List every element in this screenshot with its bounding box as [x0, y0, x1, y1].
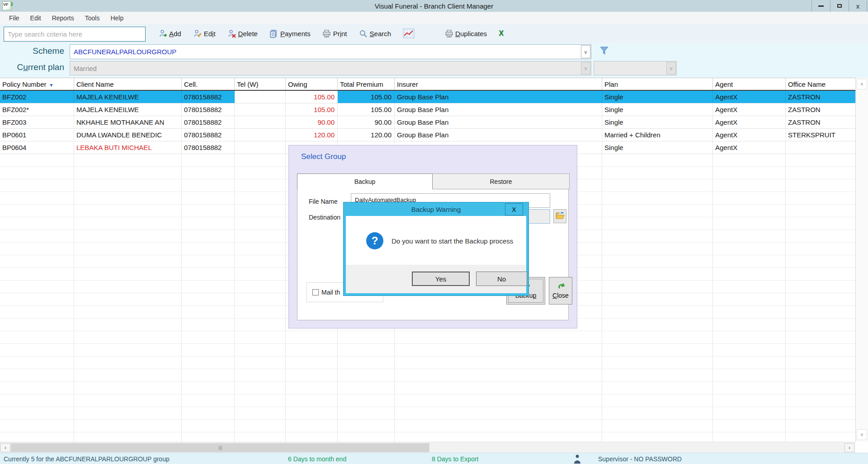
- current-plan-label: Current plan: [0, 62, 64, 72]
- empty-cell: [0, 382, 74, 394]
- scrollbar-thumb[interactable]: [11, 443, 429, 452]
- table-cell-total: 105.00: [338, 103, 395, 116]
- empty-cell: [286, 407, 338, 419]
- table-cell-total: 120.00: [338, 129, 395, 141]
- add-button[interactable]: Add: [158, 29, 181, 38]
- scheme-value: ABCFUNERALPARLOURGROUP: [74, 48, 176, 56]
- empty-table-row: [0, 382, 855, 394]
- payments-button[interactable]: Payments: [269, 29, 311, 38]
- empty-cell: [0, 420, 74, 432]
- empty-table-row: [0, 407, 855, 420]
- secondary-combobox[interactable]: v: [594, 61, 677, 75]
- empty-cell: [182, 154, 235, 166]
- user-silhouette-icon: [573, 454, 582, 464]
- restore-button[interactable]: [830, 0, 849, 11]
- vertical-scrollbar[interactable]: ˄ ˅: [855, 78, 868, 442]
- empty-cell: [74, 319, 182, 331]
- empty-cell: [713, 306, 786, 318]
- empty-cell: [713, 192, 786, 204]
- menu-edit[interactable]: Edit: [25, 13, 47, 23]
- empty-cell: [235, 382, 286, 394]
- scroll-left-icon[interactable]: ‹: [0, 443, 10, 452]
- close-icon: x: [856, 2, 860, 10]
- empty-cell: [786, 268, 855, 280]
- table-header: Policy Number▼ Client Name Cell. Tel (W)…: [0, 78, 855, 91]
- empty-cell: [74, 268, 182, 280]
- empty-cell: [182, 306, 235, 318]
- yes-button[interactable]: Yes: [412, 272, 470, 286]
- empty-cell: [74, 394, 182, 407]
- menu-file[interactable]: File: [4, 13, 25, 23]
- empty-cell: [286, 344, 338, 356]
- browse-folder-button[interactable]: [553, 209, 566, 223]
- minimize-button[interactable]: [811, 0, 830, 11]
- column-header-office-name[interactable]: Office Name: [786, 78, 855, 90]
- column-header-agent[interactable]: Agent: [713, 78, 786, 90]
- column-header-policy-number[interactable]: Policy Number▼: [0, 78, 74, 90]
- empty-cell: [395, 432, 602, 442]
- search-input[interactable]: [4, 27, 146, 42]
- filter-funnel-icon[interactable]: [599, 45, 610, 58]
- no-button[interactable]: No: [476, 272, 527, 286]
- table-cell-owing: 105.00: [286, 103, 338, 116]
- menu-reports[interactable]: Reports: [47, 13, 80, 23]
- column-header-tel-w[interactable]: Tel (W): [235, 78, 286, 90]
- duplicates-button[interactable]: Duplicates: [444, 29, 487, 38]
- empty-cell: [786, 382, 855, 394]
- table-cell-policy: BP0601: [0, 129, 74, 141]
- empty-cell: [0, 432, 74, 442]
- scroll-up-icon[interactable]: ˄: [857, 79, 867, 89]
- empty-cell: [602, 230, 713, 242]
- restore-icon: [837, 4, 842, 8]
- edit-button[interactable]: Edit: [193, 29, 216, 38]
- excel-icon[interactable]: X: [499, 29, 504, 37]
- current-plan-combobox[interactable]: Married v: [70, 61, 591, 75]
- empty-cell: [235, 268, 286, 280]
- empty-cell: [235, 192, 286, 204]
- menu-help[interactable]: Help: [105, 13, 129, 23]
- close-dialog-button[interactable]: Close: [549, 277, 572, 305]
- close-button[interactable]: x: [849, 0, 867, 11]
- empty-cell: [713, 243, 786, 255]
- table-row[interactable]: BFZ002*MAJELA KENEILWE0780158882105.0010…: [0, 103, 855, 116]
- dropdown-arrow-icon[interactable]: v: [581, 45, 590, 58]
- print-button[interactable]: Print: [322, 29, 347, 38]
- empty-cell: [713, 356, 786, 369]
- column-header-total-premium[interactable]: Total Premium: [338, 78, 395, 90]
- scroll-right-icon[interactable]: ›: [844, 443, 854, 452]
- column-header-owing[interactable]: Owing: [286, 78, 338, 90]
- warning-close-button[interactable]: X: [505, 203, 523, 216]
- table-cell-tel: [235, 141, 286, 154]
- column-header-plan[interactable]: Plan: [602, 78, 713, 90]
- table-row[interactable]: BFZ003NKHAHLE MOTHAKANE AN078015888290.0…: [0, 116, 855, 129]
- empty-cell: [786, 154, 855, 166]
- checkbox-icon[interactable]: [312, 289, 319, 295]
- tab-restore[interactable]: Restore: [432, 173, 570, 189]
- menu-tools[interactable]: Tools: [80, 13, 105, 23]
- column-header-cell[interactable]: Cell.: [182, 78, 235, 90]
- table-row[interactable]: BP0601DUMA LWANDLE BENEDIC0780158882120.…: [0, 129, 855, 141]
- empty-cell: [286, 331, 338, 343]
- empty-cell: [713, 432, 786, 442]
- empty-cell: [0, 369, 74, 381]
- column-header-client-name[interactable]: Client Name: [74, 78, 182, 90]
- search-button[interactable]: Search: [359, 29, 392, 38]
- empty-cell: [74, 243, 182, 255]
- empty-cell: [602, 179, 713, 192]
- scheme-combobox[interactable]: ABCFUNERALPARLOURGROUP v: [70, 44, 591, 59]
- table-row[interactable]: BFZ002MAJELA KENEILWE0780158882105.00105…: [0, 91, 855, 103]
- empty-cell: [74, 382, 182, 394]
- empty-cell: [713, 154, 786, 166]
- chart-icon[interactable]: [403, 28, 415, 38]
- empty-cell: [182, 243, 235, 255]
- empty-cell: [235, 293, 286, 305]
- delete-button[interactable]: Delete: [227, 29, 258, 38]
- table-cell-client: DUMA LWANDLE BENEDIC: [74, 129, 182, 141]
- empty-cell: [786, 369, 855, 381]
- tab-backup[interactable]: Backup: [297, 173, 433, 189]
- horizontal-scrollbar[interactable]: ‹ ›: [0, 442, 855, 453]
- table-cell-plan: Single: [602, 103, 713, 116]
- mail-backup-label: Mail th: [321, 289, 340, 296]
- scroll-down-icon[interactable]: ˅: [857, 429, 867, 440]
- column-header-insurer[interactable]: Insurer: [395, 78, 602, 90]
